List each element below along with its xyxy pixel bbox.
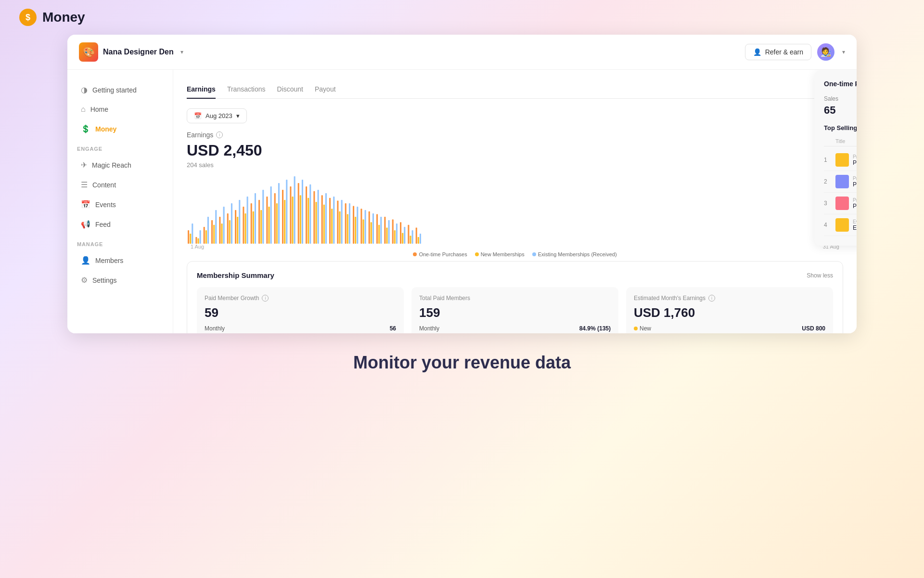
- chart-legend: One-time Purchases New Memberships Exist…: [187, 251, 843, 257]
- ms-info-icon[interactable]: i: [708, 295, 715, 302]
- table-header: Title Price Sales Earning: [824, 136, 857, 146]
- sidebar-item-events[interactable]: 📅 Events: [71, 195, 169, 214]
- svg-rect-1: [190, 234, 191, 244]
- tab-payout[interactable]: Payout: [315, 81, 336, 99]
- tab-discount[interactable]: Discount: [277, 81, 303, 99]
- svg-rect-24: [251, 203, 252, 244]
- product-thumb: [835, 175, 849, 188]
- table-row: 1 Product Product name USD 10 25 USD 250: [824, 149, 857, 171]
- svg-rect-43: [300, 195, 301, 244]
- svg-rect-12: [219, 217, 220, 244]
- x-label-start: 1 Aug: [191, 244, 204, 250]
- events-icon: 📅: [81, 200, 90, 209]
- ms-row-value: USD 800: [802, 325, 825, 332]
- sidebar-item-label: Content: [92, 181, 116, 189]
- sidebar-item-label: Events: [95, 201, 116, 209]
- svg-rect-3: [195, 237, 197, 244]
- svg-rect-70: [371, 222, 372, 244]
- avatar[interactable]: 🧑‍🎨: [817, 43, 834, 61]
- svg-rect-40: [292, 197, 293, 244]
- refer-earn-button[interactable]: 👤 Refer & earn: [745, 44, 811, 60]
- svg-rect-29: [262, 190, 264, 244]
- top-title: Money: [42, 10, 85, 25]
- product-type: Event: [853, 219, 857, 224]
- content-area: ◑ Getting started ⌂ Home 💲 Money ENGAGE …: [67, 70, 857, 333]
- panel-header: One-time Purchases Show less: [824, 80, 857, 88]
- col-title: Title: [835, 138, 857, 144]
- refer-icon: 👤: [753, 48, 761, 56]
- ms-card: Paid Member Growthi 59 Monthly 56 Annual…: [197, 287, 404, 333]
- col-num: [824, 138, 835, 144]
- svg-rect-37: [284, 200, 285, 244]
- svg-rect-53: [325, 193, 327, 244]
- legend-new-memberships: New Memberships: [475, 251, 525, 257]
- feed-icon: 📢: [81, 220, 90, 229]
- row-num: 1: [824, 157, 835, 163]
- svg-rect-85: [410, 236, 411, 244]
- svg-rect-13: [221, 223, 222, 244]
- sidebar-item-label: Feed: [95, 221, 111, 228]
- product-name: Product name: [853, 203, 857, 210]
- ms-card-value: USD 1,760: [634, 305, 825, 320]
- svg-rect-2: [192, 223, 193, 244]
- svg-rect-75: [384, 217, 385, 244]
- svg-rect-66: [360, 209, 362, 244]
- sidebar-item-getting-started[interactable]: ◑ Getting started: [71, 80, 169, 99]
- panel-sales-stat: Sales 65: [824, 95, 838, 117]
- settings-icon: ⚙: [81, 276, 88, 285]
- tab-earnings[interactable]: Earnings: [187, 81, 216, 99]
- svg-rect-41: [294, 176, 295, 244]
- svg-rect-30: [266, 197, 268, 244]
- sidebar-item-settings[interactable]: ⚙ Settings: [71, 271, 169, 289]
- svg-rect-15: [227, 213, 229, 244]
- brand-info: 🎨 Nana Designer Den ▾: [79, 42, 183, 62]
- chart-x-labels: 1 Aug 31 Aug: [187, 244, 843, 250]
- top-selling-table: 1 Product Product name USD 10 25 USD 250…: [824, 149, 857, 236]
- sidebar-item-money[interactable]: 💲 Money: [71, 119, 169, 138]
- svg-rect-72: [376, 214, 378, 244]
- sidebar-item-feed[interactable]: 📢 Feed: [71, 215, 169, 234]
- svg-rect-22: [244, 213, 246, 244]
- sidebar-item-members[interactable]: 👤 Members: [71, 251, 169, 270]
- svg-rect-47: [309, 184, 311, 244]
- calendar-icon: 📅: [194, 112, 202, 119]
- svg-rect-20: [239, 200, 240, 244]
- sidebar-item-home[interactable]: ⌂ Home: [71, 100, 169, 118]
- ms-card-row: Monthly 56: [205, 325, 396, 332]
- earnings-text: Earnings: [187, 131, 213, 139]
- svg-rect-81: [400, 222, 401, 244]
- ms-show-less-button[interactable]: Show less: [807, 272, 833, 279]
- brand-logo: 🎨: [79, 42, 98, 62]
- sidebar-item-magic-reach[interactable]: ✈ Magic Reach: [71, 156, 169, 174]
- ms-card-label: Paid Member Growthi: [205, 295, 396, 302]
- sidebar-item-content[interactable]: ☰ Content: [71, 175, 169, 194]
- legend-dot-yellow: [475, 252, 479, 256]
- sidebar-item-label: Money: [95, 125, 116, 133]
- chevron-down-icon[interactable]: ▾: [180, 49, 183, 55]
- members-icon: 👤: [81, 256, 90, 265]
- ms-row-value: 84.9% (135): [579, 325, 611, 332]
- tab-transactions[interactable]: Transactions: [227, 81, 266, 99]
- svg-rect-88: [418, 237, 419, 244]
- avatar-chevron-icon[interactable]: ▾: [842, 49, 845, 55]
- ms-info-icon[interactable]: i: [262, 295, 269, 302]
- svg-rect-76: [386, 227, 387, 244]
- ms-card-row: New USD 800: [634, 325, 825, 332]
- legend-dot-blue: [532, 252, 536, 256]
- date-filter-button[interactable]: 📅 Aug 2023 ▾: [187, 108, 247, 123]
- svg-rect-28: [260, 210, 262, 244]
- svg-rect-71: [372, 213, 374, 244]
- ms-row-label: Monthly: [205, 325, 225, 332]
- svg-rect-82: [402, 233, 403, 244]
- svg-rect-58: [339, 211, 340, 244]
- svg-rect-11: [215, 210, 217, 244]
- earnings-info-icon[interactable]: i: [216, 131, 223, 138]
- row-num: 2: [824, 178, 835, 185]
- chart-svg: [187, 176, 423, 244]
- svg-rect-26: [255, 193, 256, 244]
- ms-card-label: Estimated Month's Earningsi: [634, 295, 825, 302]
- ms-row-value: 56: [390, 325, 396, 332]
- svg-rect-52: [323, 205, 325, 244]
- svg-rect-80: [396, 223, 398, 244]
- svg-rect-25: [253, 211, 254, 244]
